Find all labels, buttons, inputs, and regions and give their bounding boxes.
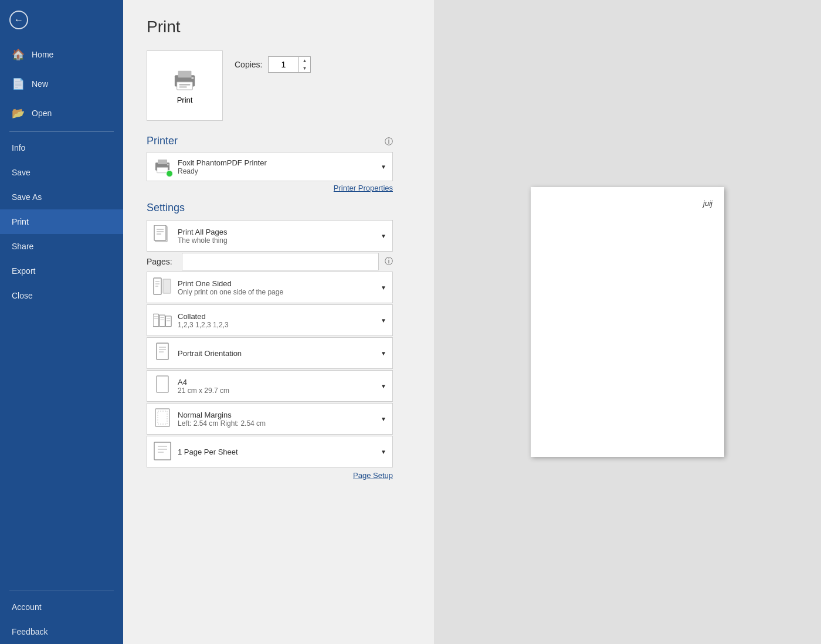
pages-label: Pages: — [147, 257, 176, 266]
sidebar-item-new[interactable]: 📄 New — [0, 69, 123, 99]
svg-rect-39 — [154, 442, 171, 460]
copies-area: Copies: ▲ ▼ — [235, 56, 311, 73]
printer-section-title: Printer — [147, 135, 178, 147]
svg-rect-23 — [153, 314, 159, 326]
pages-info-icon: ⓘ — [385, 256, 393, 267]
sidebar-item-label: Open — [32, 109, 52, 118]
setting-margins-arrow: ▼ — [381, 416, 386, 422]
open-icon: 📂 — [12, 107, 25, 120]
setting-print-range-arrow: ▼ — [381, 233, 386, 239]
setting-paper-size-sub: 21 cm x 29.7 cm — [178, 387, 381, 395]
setting-paper-size-title: A4 — [178, 378, 381, 387]
sidebar-item-export[interactable]: Export — [0, 259, 123, 283]
svg-rect-7 — [158, 160, 167, 164]
setting-orientation-arrow: ▼ — [381, 350, 386, 357]
sidebar-item-open[interactable]: 📂 Open — [0, 99, 123, 128]
setting-margins-title: Normal Margins — [178, 411, 381, 419]
preview-page: juij — [531, 187, 724, 457]
back-button[interactable]: ← — [0, 0, 123, 40]
sidebar-item-feedback[interactable]: Feedback — [0, 619, 123, 644]
setting-margins[interactable]: Normal Margins Left: 2.54 cm Right: 2.54… — [147, 403, 393, 435]
copies-label: Copies: — [235, 60, 262, 69]
svg-rect-14 — [154, 225, 166, 240]
svg-rect-26 — [160, 315, 165, 327]
sidebar: ← 🏠 Home 📄 New 📂 Open Info Save Save As … — [0, 0, 123, 644]
setting-print-range-sub: The whole thing — [178, 236, 381, 245]
back-icon: ← — [9, 11, 28, 29]
printer-dropdown-arrow: ▼ — [381, 164, 386, 170]
setting-print-range-title: Print All Pages — [178, 228, 381, 236]
setting-pages-per-sheet-title: 1 Page Per Sheet — [178, 448, 381, 456]
pages-per-sheet-icon — [153, 441, 172, 462]
pages-row: Pages: ⓘ — [147, 253, 393, 270]
copies-increment[interactable]: ▲ — [298, 57, 310, 65]
orientation-icon — [153, 343, 172, 364]
setting-print-range[interactable]: Print All Pages The whole thing ▼ — [147, 220, 393, 252]
sidebar-item-account[interactable]: Account — [0, 595, 123, 619]
svg-rect-9 — [167, 164, 169, 165]
setting-collate-text: Collated 1,2,3 1,2,3 1,2,3 — [178, 312, 381, 329]
setting-sides-sub: Only print on one side of the page — [178, 288, 381, 296]
copies-decrement[interactable]: ▼ — [298, 65, 310, 72]
setting-paper-size-text: A4 21 cm x 29.7 cm — [178, 378, 381, 395]
setting-collate-arrow: ▼ — [381, 317, 386, 324]
sidebar-item-info[interactable]: Info — [0, 135, 123, 160]
info-icon: ⓘ — [385, 137, 393, 147]
margins-icon — [153, 408, 172, 429]
printer-status: Ready — [178, 167, 381, 175]
sidebar-item-save-as[interactable]: Save As — [0, 185, 123, 209]
printer-dropdown[interactable]: Foxit PhantomPDF Printer Ready ▼ — [147, 152, 393, 181]
copies-spinners: ▲ ▼ — [298, 57, 310, 72]
setting-sides-arrow: ▼ — [381, 284, 386, 291]
home-icon: 🏠 — [12, 48, 25, 61]
setting-orientation[interactable]: Portrait Orientation ▼ — [147, 337, 393, 369]
sidebar-item-close[interactable]: Close — [0, 283, 123, 308]
paper-size-icon — [153, 375, 172, 396]
svg-rect-3 — [179, 84, 190, 85]
setting-orientation-title: Portrait Orientation — [178, 349, 381, 358]
copies-input-wrap: ▲ ▼ — [268, 56, 311, 73]
svg-rect-36 — [157, 376, 168, 392]
printer-properties-link[interactable]: Printer Properties — [147, 184, 393, 192]
setting-margins-sub: Left: 2.54 cm Right: 2.54 cm — [178, 419, 381, 428]
setting-pages-per-sheet-text: 1 Page Per Sheet — [178, 448, 381, 456]
sidebar-item-share[interactable]: Share — [0, 234, 123, 259]
new-doc-icon: 📄 — [12, 77, 25, 90]
printer-icon — [171, 67, 199, 91]
sidebar-item-label: Home — [32, 50, 53, 59]
setting-collate[interactable]: Collated 1,2,3 1,2,3 1,2,3 ▼ — [147, 304, 393, 336]
setting-orientation-text: Portrait Orientation — [178, 349, 381, 358]
setting-collate-sub: 1,2,3 1,2,3 1,2,3 — [178, 321, 381, 329]
sidebar-item-home[interactable]: 🏠 Home — [0, 40, 123, 69]
setting-pages-per-sheet[interactable]: 1 Page Per Sheet ▼ — [147, 436, 393, 467]
sidebar-bottom-divider — [9, 591, 114, 591]
collate-icon — [153, 310, 172, 331]
setting-paper-size-arrow: ▼ — [381, 383, 386, 389]
sidebar-divider — [9, 131, 114, 132]
page-setup-link[interactable]: Page Setup — [147, 471, 393, 480]
preview-area: juij — [434, 0, 821, 644]
sidebar-item-save[interactable]: Save — [0, 160, 123, 185]
print-range-icon — [153, 225, 172, 246]
setting-sides-text: Print One Sided Only print on one side o… — [178, 279, 381, 296]
sidebar-spacer — [0, 308, 123, 587]
sidebar-item-label: New — [32, 79, 48, 89]
svg-rect-4 — [179, 86, 186, 87]
svg-rect-22 — [163, 279, 171, 293]
pages-input[interactable] — [182, 253, 379, 270]
sidebar-item-print[interactable]: Print — [0, 209, 123, 234]
sides-icon — [153, 277, 172, 298]
setting-pages-per-sheet-arrow: ▼ — [381, 449, 386, 455]
setting-paper-size[interactable]: A4 21 cm x 29.7 cm ▼ — [147, 370, 393, 402]
printer-name: Foxit PhantomPDF Printer — [178, 158, 381, 167]
setting-print-range-text: Print All Pages The whole thing — [178, 228, 381, 245]
setting-sides[interactable]: Print One Sided Only print on one side o… — [147, 272, 393, 303]
setting-sides-title: Print One Sided — [178, 279, 381, 288]
copies-input[interactable] — [269, 57, 298, 72]
preview-content-text: juij — [703, 199, 713, 208]
printer-icon-wrap — [153, 157, 172, 176]
print-button[interactable]: Print — [147, 50, 223, 121]
setting-collate-title: Collated — [178, 312, 381, 321]
svg-rect-1 — [178, 70, 192, 77]
printer-info: Foxit PhantomPDF Printer Ready — [178, 158, 381, 175]
